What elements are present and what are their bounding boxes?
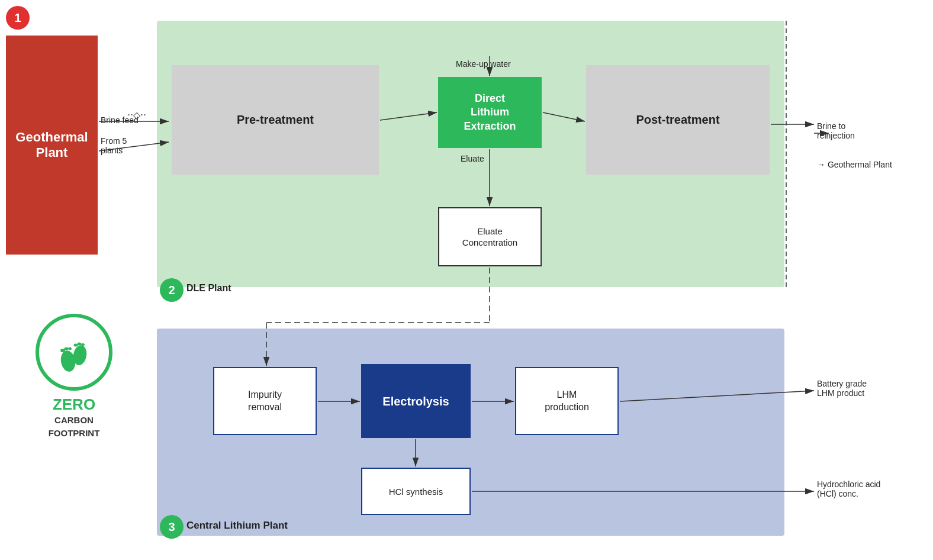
battery-grade-label: Battery grade LHM product (817, 379, 867, 398)
geothermal-plant-box: Geothermal Plant (6, 36, 98, 255)
make-up-water-label: Make-up water (456, 59, 511, 69)
from-plants-label: From 5 plants (101, 136, 127, 155)
electrolysis-box: Electrolysis (361, 364, 471, 438)
lhm-production-label: LHM production (545, 389, 589, 414)
dle-extraction-label: Direct Lithium Extraction (464, 92, 516, 133)
zero-carbon-circle (36, 314, 112, 391)
pretreatment-box: Pre-treatment (172, 65, 379, 175)
footprint-icon (53, 329, 95, 376)
impurity-removal-label: Impurity removal (248, 389, 282, 414)
circle-2: 2 (160, 278, 184, 302)
zero-carbon-text: ZERO CARBON FOOTPRINT (24, 395, 124, 439)
circle-1: 1 (6, 6, 30, 30)
eluate-concentration-box: Eluate Concentration (438, 207, 542, 266)
dle-extraction-box: Direct Lithium Extraction (438, 77, 542, 148)
impurity-removal-box: Impurity removal (213, 367, 317, 435)
hcl-synthesis-box: HCl synthesis (361, 468, 471, 515)
geothermal-plant-label: Geothermal Plant (15, 130, 88, 161)
hcl-conc-label: Hydrochloric acid (HCl) conc. (817, 479, 880, 498)
lhm-production-box: LHM production (515, 367, 619, 435)
svg-point-4 (68, 347, 72, 350)
zero-carbon-footprint: ZERO CARBON FOOTPRINT (24, 314, 124, 439)
dle-plant-label: DLE Plant (186, 283, 231, 294)
brine-feed-label: Brine feed (101, 115, 139, 125)
central-lithium-label: Central Lithium Plant (186, 520, 288, 532)
diagram-container: 1 Geothermal Plant Pre-treatment Direct … (0, 0, 933, 560)
eluate-concentration-label: Eluate Concentration (462, 226, 517, 249)
posttreatment-box: Post-treatment (586, 65, 770, 175)
eluate-label: Eluate (461, 154, 484, 163)
geo-plant-return-label: → Geothermal Plant (817, 160, 892, 169)
brine-reinjection-label: Brine to reinjection (817, 121, 855, 140)
circle-3: 3 (160, 515, 184, 539)
